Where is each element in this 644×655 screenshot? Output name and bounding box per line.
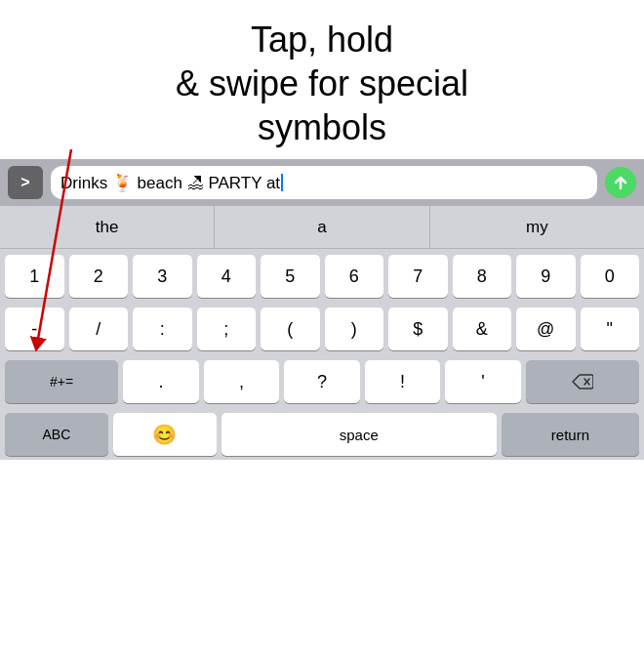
number-row: 1 2 3 4 5 6 7 8 9 0 [3,255,641,298]
key-abc[interactable]: ABC [5,413,108,456]
key-ampersand[interactable]: & [453,307,512,350]
instruction-line1: Tap, hold [251,20,393,60]
expand-button[interactable]: > [8,166,43,199]
symbol-row: - / : ; ( ) $ & @ " [3,307,641,350]
misc-row: #+= . , ? ! ' [3,360,641,403]
predictive-my[interactable]: my [430,206,644,248]
instruction-area: Tap, hold & swipe for special symbols [0,0,644,159]
input-text: Drinks 🍹 beach 🏖 PARTY at [60,173,280,193]
predictive-the[interactable]: the [0,206,215,248]
key-open-paren[interactable]: ( [261,307,320,350]
key-8[interactable]: 8 [453,255,512,298]
key-1[interactable]: 1 [5,255,64,298]
backspace-icon [572,374,593,389]
key-2[interactable]: 2 [69,255,129,298]
key-hashplus[interactable]: #+= [5,360,118,403]
key-comma[interactable]: , [204,360,280,403]
bottom-row: ABC 😊 space return [3,413,641,456]
key-space[interactable]: space [221,413,497,456]
send-button[interactable] [605,167,636,198]
instruction-text: Tap, hold & swipe for special symbols [20,18,624,149]
send-icon [613,175,628,190]
keyboard: 1 2 3 4 5 6 7 8 9 0 - / : ; ( ) $ & @ " … [0,249,644,460]
key-colon[interactable]: : [133,307,192,350]
key-close-paren[interactable]: ) [325,307,384,350]
key-quote[interactable]: " [581,307,640,350]
key-9[interactable]: 9 [516,255,576,298]
key-emoji[interactable]: 😊 [113,413,217,456]
key-slash[interactable]: / [69,307,129,350]
key-semicolon[interactable]: ; [197,307,257,350]
key-apostrophe[interactable]: ' [445,360,521,403]
key-0[interactable]: 0 [581,255,640,298]
key-question[interactable]: ? [284,360,360,403]
key-at[interactable]: @ [516,307,576,350]
key-exclaim[interactable]: ! [365,360,441,403]
cursor [281,174,283,191]
key-period[interactable]: . [123,360,199,403]
key-minus[interactable]: - [5,307,64,350]
key-6[interactable]: 6 [325,255,384,298]
key-7[interactable]: 7 [388,255,448,298]
input-bar: > Drinks 🍹 beach 🏖 PARTY at [0,159,644,206]
key-return[interactable]: return [502,413,639,456]
instruction-line2: & swipe for special [176,63,468,103]
key-backspace[interactable] [526,360,639,403]
key-5[interactable]: 5 [261,255,320,298]
predictive-a[interactable]: a [215,206,429,248]
message-input-field[interactable]: Drinks 🍹 beach 🏖 PARTY at [51,166,597,199]
instruction-line3: symbols [258,107,386,147]
key-dollar[interactable]: $ [388,307,448,350]
key-4[interactable]: 4 [197,255,257,298]
key-3[interactable]: 3 [133,255,192,298]
predictive-bar: the a my [0,206,644,249]
